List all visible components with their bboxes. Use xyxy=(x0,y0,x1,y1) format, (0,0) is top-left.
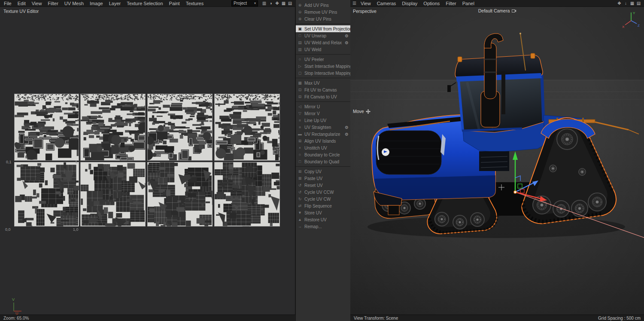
menu-filter[interactable]: Filter xyxy=(45,1,61,6)
uv-command-uv-weld-and-relax[interactable]: ▤UV Weld and Relax⚙ xyxy=(296,39,350,46)
menu-separator xyxy=(296,24,350,24)
uv-tile-canvas-6[interactable] xyxy=(80,162,146,226)
uv-command-uv-peeler[interactable]: ○UV Peeler xyxy=(296,56,350,63)
command-icon: ⊖ xyxy=(298,10,302,14)
uv-command-boundary-to-quad[interactable]: □Boundary to Quad xyxy=(296,158,350,165)
uv-command-flip-sequence[interactable]: ⇄Flip Sequence xyxy=(296,202,350,209)
v-axis-label: V xyxy=(12,297,15,302)
uv-command-reset-uv[interactable]: ↺Reset UV xyxy=(296,182,350,189)
uv-tile-canvas-3[interactable] xyxy=(147,94,213,161)
options-gear-icon[interactable]: ⚙ xyxy=(345,132,349,137)
uv-command-line-up-uv[interactable]: ≡Line Up UV xyxy=(296,117,350,124)
command-icon: ⊠ xyxy=(298,176,302,180)
3d-viewport[interactable]: Perspective Default Camera Move Y X Z xyxy=(350,7,644,315)
uv-command-fit-canvas-to-uv[interactable]: ⊟Fit Canvas to UV xyxy=(296,93,350,100)
menu-file[interactable]: File xyxy=(1,1,15,6)
histogram-icon[interactable]: ▥ xyxy=(261,1,267,6)
uv-command-cycle-uv-ccw[interactable]: ↺Cycle UV CCW xyxy=(296,189,350,196)
vp-menu-panel[interactable]: Panel xyxy=(459,1,477,6)
grid-spacing-status: Grid Spacing : 500 cm xyxy=(598,316,641,321)
command-label: UV Rectangularize xyxy=(304,132,340,137)
command-icon: ◻ xyxy=(298,71,302,75)
viewport-menubar: ☰ ViewCamerasDisplayOptionsFilterPanel ✥… xyxy=(350,0,644,7)
uv-tile-canvas-1[interactable] xyxy=(14,94,79,161)
menu-uv-mesh[interactable]: UV Mesh xyxy=(61,1,87,6)
pan-icon[interactable]: ✥ xyxy=(616,1,623,6)
grid-icon[interactable]: ▦ xyxy=(280,1,287,6)
uv-command-clear-uv-pins[interactable]: ⊗Clear UV Pins xyxy=(296,15,350,22)
uv-command-add-uv-pins[interactable]: ⊕Add UV Pins xyxy=(296,2,350,9)
uv-command-store-uv[interactable]: ▼Store UV xyxy=(296,209,350,216)
command-label: Cycle UV CW xyxy=(304,197,331,202)
page-icon[interactable]: ▤ xyxy=(635,1,642,6)
uv-tile-canvas-7[interactable] xyxy=(147,162,213,226)
uv-command-fit-uv-to-canvas[interactable]: ⊡Fit UV to Canvas xyxy=(296,86,350,93)
options-gear-icon[interactable]: ⚙ xyxy=(345,40,349,45)
vp-menu-cameras[interactable]: Cameras xyxy=(374,1,399,6)
menu-layer[interactable]: Layer xyxy=(106,1,124,6)
command-icon: ▷ xyxy=(298,64,302,68)
uv-command-uv-rectangularize[interactable]: ▬UV Rectangularize⚙ xyxy=(296,131,350,138)
vp-menu-options[interactable]: Options xyxy=(420,1,443,6)
palette-icon[interactable]: ◑ xyxy=(267,1,274,6)
uv-command-boundary-to-circle[interactable]: ○Boundary to Circle xyxy=(296,151,350,158)
orientation-axis-gizmo[interactable]: Y X Z xyxy=(622,9,641,29)
down-icon[interactable]: ↓ xyxy=(623,1,629,6)
project-dropdown[interactable]: Project ▾ xyxy=(231,0,258,6)
uv-command-unstitch-uv[interactable]: ×Unstitch UV xyxy=(296,144,350,151)
command-icon: ≡ xyxy=(298,125,302,129)
menu-edit[interactable]: Edit xyxy=(15,1,29,6)
uv-command-stop-interactive-mapping[interactable]: ◻Stop Interactive Mapping xyxy=(296,70,350,76)
uv-command-align-uv-islands[interactable]: ⊞Align UV Islands xyxy=(296,138,350,144)
beacon-light xyxy=(531,53,535,58)
uv-command-remove-uv-pins[interactable]: ⊖Remove UV Pins xyxy=(296,9,350,15)
vp-menu-display[interactable]: Display xyxy=(399,1,420,6)
menu-image[interactable]: Image xyxy=(87,1,106,6)
command-icon: ▦ xyxy=(298,81,302,85)
uv-command-restore-uv[interactable]: ▲Restore UV xyxy=(296,216,350,223)
uv-command-uv-unwrap[interactable]: □UV Unwrap⚙ xyxy=(296,32,350,39)
command-icon: ↺ xyxy=(298,190,302,194)
uv-command-cycle-uv-cw[interactable]: ↻Cycle UV CW xyxy=(296,196,350,202)
uv-command-mirror-v[interactable]: ▽Mirror V xyxy=(296,110,350,117)
uv-command-copy-uv[interactable]: ⊞Copy UV xyxy=(296,168,350,175)
uv-command-uv-weld[interactable]: ▥UV Weld xyxy=(296,46,350,53)
vp-menu-filter[interactable]: Filter xyxy=(443,1,459,6)
command-label: Mirror V xyxy=(304,111,320,116)
uv-tile-canvas-4[interactable] xyxy=(214,94,280,161)
menu-view[interactable]: View xyxy=(29,1,45,6)
uv-command-mirror-u[interactable]: ◁Mirror U xyxy=(296,103,350,110)
options-gear-icon[interactable]: ⚙ xyxy=(345,34,349,38)
menu-textures[interactable]: Textures xyxy=(183,1,207,6)
uv-editor-menu-items: FileEditViewFilterUV MeshImageLayerTextu… xyxy=(1,0,207,6)
uv-command-remap[interactable]: →Remap... xyxy=(296,223,350,230)
grid-icon[interactable]: ▦ xyxy=(629,1,635,6)
menu-icon[interactable]: ☰ xyxy=(351,1,358,6)
command-icon: ◁ xyxy=(298,104,302,109)
command-icon: ⇄ xyxy=(298,204,302,208)
options-gear-icon[interactable]: ⚙ xyxy=(345,125,349,130)
uv-editor-canvas-area[interactable]: Texture UV Editor 0,1 1, 0,0 1,0 V U xyxy=(0,7,295,315)
vp-menu-view[interactable]: View xyxy=(358,1,374,6)
command-label: Start Interactive Mapping xyxy=(304,64,350,69)
menu-texture-selection[interactable]: Texture Selection xyxy=(124,1,166,6)
active-camera-label[interactable]: Default Camera xyxy=(478,8,516,13)
command-icon: ↺ xyxy=(298,183,302,187)
command-label: Mirror U xyxy=(304,104,320,109)
menu-paint[interactable]: Paint xyxy=(166,1,183,6)
view-mode-label[interactable]: Perspective xyxy=(353,9,377,14)
uv-tile-canvas-2[interactable] xyxy=(80,94,146,161)
command-label: UV Peeler xyxy=(304,57,324,62)
page-icon[interactable]: ▤ xyxy=(287,1,293,6)
pan-icon[interactable]: ✥ xyxy=(274,1,280,6)
uv-tile-canvas-5[interactable] xyxy=(14,162,79,226)
command-label: Cycle UV CCW xyxy=(304,190,334,195)
command-label: Paste UV xyxy=(304,176,322,181)
uv-command-set-uvw-from-projection[interactable]: ▣Set UVW from Projection⚙ xyxy=(296,25,350,32)
uv-command-start-interactive-mapping[interactable]: ▷Start Interactive Mapping xyxy=(296,63,350,70)
uv-command-max-uv[interactable]: ▦Max UV xyxy=(296,79,350,86)
uv-command-uv-straighten[interactable]: ≡UV Straighten⚙ xyxy=(296,124,350,131)
command-label: UV Unwrap xyxy=(304,34,326,38)
uv-command-paste-uv[interactable]: ⊠Paste UV xyxy=(296,175,350,182)
uv-tile-canvas-8[interactable] xyxy=(214,162,280,226)
